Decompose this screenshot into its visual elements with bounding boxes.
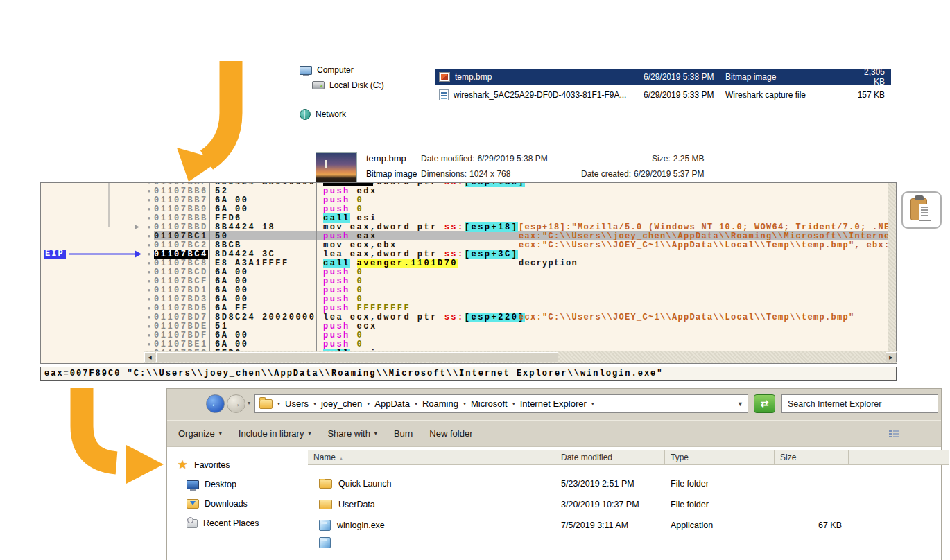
disasm-row[interactable]: ●01107BB76A 00push 0 bbox=[144, 195, 889, 204]
jump-arrows bbox=[41, 183, 144, 351]
column-header-size[interactable]: Size bbox=[775, 450, 849, 465]
disasm-row[interactable]: ●01107BDE51push ecx bbox=[144, 322, 889, 331]
horizontal-scrollbar[interactable]: ◀ ▶ bbox=[144, 351, 897, 363]
file-row-temp-bmp[interactable]: temp.bmp6/29/2019 5:38 PMBitmap image2,3… bbox=[435, 69, 891, 85]
column-header-date-modified[interactable]: Date modified bbox=[555, 450, 665, 465]
column-header-blank[interactable] bbox=[849, 450, 949, 465]
breadcrumb-segment-internet-explorer[interactable]: Internet Explorer bbox=[520, 399, 587, 409]
breadcrumb-segment-joey-chen[interactable]: joey_chen bbox=[321, 399, 362, 409]
disassembly-pane[interactable]: ●01107BAF8D9424 B8010000lea edx,dword pt… bbox=[144, 183, 889, 351]
address-dropdown-icon[interactable]: ▼ bbox=[737, 401, 743, 408]
address: 01107BC2 bbox=[154, 240, 208, 250]
disasm-row[interactable]: ●01107BC150push eaxeax:"C:\\Users\\joey_… bbox=[144, 231, 889, 240]
opcode-bytes: 52 bbox=[208, 186, 315, 195]
column-header-label: Size bbox=[780, 453, 796, 462]
disasm-row[interactable]: ●01107BCF6A 00push 0 bbox=[144, 277, 889, 286]
breadcrumb-segment-users[interactable]: Users bbox=[285, 399, 309, 409]
breadcrumb-segment-appdata[interactable]: AppData bbox=[374, 399, 410, 409]
disasm-row[interactable]: ●01107BBBFFD6call esi bbox=[144, 213, 889, 222]
history-dropdown-icon[interactable]: ▾ bbox=[248, 400, 250, 406]
chevron-icon[interactable]: ▾ bbox=[512, 401, 515, 407]
details-mid-column: Date modified:6/29/2019 5:38 PM Dimensio… bbox=[421, 151, 548, 182]
search-input[interactable] bbox=[781, 394, 938, 413]
breakpoint-dot[interactable]: ● bbox=[144, 186, 154, 195]
breadcrumb[interactable]: ▾Users▾joey_chen▾AppData▾Roaming▾Microso… bbox=[254, 394, 748, 413]
breakpoint-dot[interactable]: ● bbox=[144, 250, 154, 259]
breakpoint-dot[interactable]: ● bbox=[144, 240, 154, 250]
clipboard-button[interactable] bbox=[901, 191, 942, 229]
disasm-row[interactable]: ●01107BD78D8C24 20020000lea ecx,dword pt… bbox=[144, 313, 889, 322]
breakpoint-dot[interactable]: ● bbox=[144, 286, 154, 295]
disasm-row[interactable]: ●01107BB652push edx bbox=[144, 186, 889, 195]
breakpoint-dot[interactable]: ● bbox=[144, 295, 154, 304]
clipboard-page-lines bbox=[921, 207, 928, 208]
disasm-row[interactable]: ●01107BD16A 00push 0 bbox=[144, 286, 889, 295]
tree-item-network[interactable]: Network bbox=[298, 107, 426, 122]
chevron-icon[interactable]: ▾ bbox=[415, 401, 417, 407]
disasm-row[interactable]: ●01107BE16A 00push 0 bbox=[144, 340, 889, 349]
breakpoint-dot[interactable]: ● bbox=[144, 340, 154, 349]
comment bbox=[513, 195, 889, 204]
file-row-userdata[interactable]: UserData3/20/2019 10:37 PMFile folder bbox=[308, 494, 949, 515]
chevron-icon[interactable]: ▾ bbox=[463, 401, 466, 407]
breakpoint-dot[interactable]: ● bbox=[144, 195, 154, 204]
disasm-row[interactable]: ●01107BBD8B4424 18mov eax,dword ptr ss:[… bbox=[144, 222, 889, 231]
breadcrumb-segment-roaming[interactable]: Roaming bbox=[422, 399, 458, 409]
address: 01107BD1 bbox=[154, 286, 208, 295]
breakpoint-dot[interactable]: ● bbox=[144, 222, 154, 231]
scroll-left-button[interactable]: ◀ bbox=[144, 352, 155, 362]
chevron-icon[interactable]: ▾ bbox=[277, 401, 280, 407]
disasm-row[interactable]: ●01107BCD6A 00push 0 bbox=[144, 268, 889, 277]
chevron-icon[interactable]: ▾ bbox=[367, 401, 370, 407]
breakpoint-dot[interactable]: ● bbox=[144, 268, 154, 277]
disasm-row[interactable]: ●01107BD36A 00push 0 bbox=[144, 295, 889, 304]
toolbar-item-include-in-library[interactable]: Include in library▾ bbox=[239, 428, 311, 439]
address: 01107BB9 bbox=[154, 204, 208, 213]
sidebar-item-downloads[interactable]: Downloads bbox=[167, 494, 306, 514]
vertical-scrollbar[interactable] bbox=[888, 183, 896, 351]
toolbar-item-burn[interactable]: Burn bbox=[394, 428, 413, 439]
disasm-row[interactable]: ●01107BC28BCBmov ecx,ebxecx:"C:\\Users\\… bbox=[144, 240, 889, 250]
instruction: push 0 bbox=[315, 195, 513, 204]
column-header-name[interactable]: Name▴ bbox=[308, 450, 555, 465]
sidebar-item-desktop[interactable]: Desktop bbox=[167, 475, 306, 494]
disasm-row[interactable]: ●01107BC8E8 A3A1FFFFcall avenger.1101D70… bbox=[144, 259, 889, 268]
disasm-row[interactable]: ●01107BC48D4424 3Clea eax,dword ptr ss:[… bbox=[144, 250, 889, 259]
breakpoint-dot[interactable]: ● bbox=[144, 322, 154, 331]
toolbar-item-share-with[interactable]: Share with▾ bbox=[327, 428, 377, 439]
sidebar-item-recent-places[interactable]: Recent Places bbox=[167, 514, 306, 533]
breakpoint-dot[interactable]: ● bbox=[144, 204, 154, 213]
instruction: push ecx bbox=[315, 322, 513, 331]
file-row-wireshark-5ac25a29-df0d-4033-81f1-f9a[interactable]: wireshark_5AC25A29-DF0D-4033-81F1-F9A...… bbox=[435, 87, 891, 103]
file-row-quick-launch[interactable]: Quick Launch5/23/2019 2:51 PMFile folder bbox=[308, 473, 949, 494]
tree-item-local-disk-c[interactable]: Local Disk (C:) bbox=[298, 78, 426, 93]
scrollbar-thumb[interactable] bbox=[156, 352, 558, 362]
change-view-icon[interactable] bbox=[889, 429, 899, 438]
breakpoint-dot[interactable]: ● bbox=[144, 331, 154, 340]
chevron-icon[interactable]: ▾ bbox=[591, 401, 594, 407]
toolbar-item-new-folder[interactable]: New folder bbox=[429, 428, 472, 439]
refresh-button[interactable] bbox=[754, 394, 775, 413]
tree-item-computer[interactable]: Computer bbox=[298, 62, 426, 78]
breakpoint-dot[interactable]: ● bbox=[144, 213, 154, 222]
back-button[interactable] bbox=[206, 394, 225, 413]
disasm-row[interactable]: ●01107BD56A FFpush FFFFFFFF bbox=[144, 304, 889, 313]
file-row-winlogin-exe[interactable]: winlogin.exe7/5/2019 3:11 AMApplication6… bbox=[308, 515, 949, 536]
breakpoint-dot[interactable]: ● bbox=[144, 304, 154, 313]
column-header-type[interactable]: Type bbox=[665, 450, 775, 465]
breakpoint-dot[interactable]: ● bbox=[144, 231, 154, 240]
sidebar-group-favorites[interactable]: ★Favorites bbox=[167, 455, 306, 475]
scroll-right-button[interactable]: ▶ bbox=[886, 352, 897, 362]
chevron-icon[interactable]: ▾ bbox=[313, 401, 316, 407]
forward-button[interactable] bbox=[227, 394, 245, 413]
toolbar-item-organize[interactable]: Organize▾ bbox=[178, 428, 222, 439]
disasm-row[interactable]: ●01107BB96A 00push 0 bbox=[144, 204, 889, 213]
breakpoint-dot[interactable]: ● bbox=[144, 259, 154, 268]
breakpoint-dot[interactable]: ● bbox=[144, 277, 154, 286]
breakpoint-dot[interactable]: ● bbox=[144, 313, 154, 322]
disasm-row[interactable]: ●01107BDF6A 00push 0 bbox=[144, 331, 889, 340]
desktop-icon bbox=[187, 480, 199, 489]
instruction: push 0 bbox=[315, 295, 513, 304]
breadcrumb-segment-microsoft[interactable]: Microsoft bbox=[471, 399, 508, 409]
file-row-clipped[interactable] bbox=[308, 536, 949, 548]
